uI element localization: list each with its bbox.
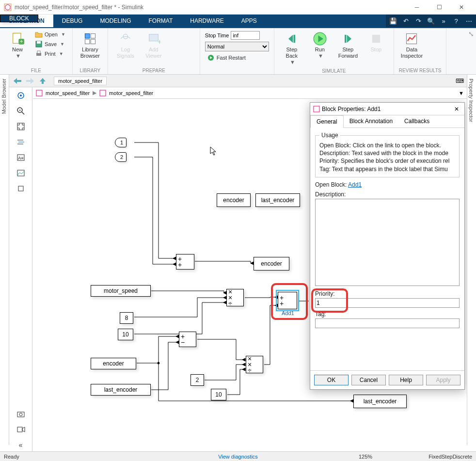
chevron-right-icon: ▶ <box>93 90 96 96</box>
image-icon[interactable] <box>14 167 28 179</box>
tab-block[interactable]: BLOCK <box>0 15 38 22</box>
ribbon-collapse-icon[interactable]: ⤡ <box>468 30 474 38</box>
fit-icon[interactable] <box>14 120 28 133</box>
search-icon[interactable]: 🔍 <box>427 16 435 25</box>
const-10b[interactable]: 10 <box>211 389 226 400</box>
block-last-encoder-from[interactable]: last_encoder <box>91 384 151 396</box>
group-library: LIBRARY <box>78 67 103 73</box>
fast-restart-button[interactable]: Fast Restart <box>205 53 269 62</box>
block-product[interactable]: ××÷ <box>226 289 244 306</box>
stop-button[interactable]: Stop <box>364 30 389 55</box>
property-inspector-panel[interactable]: Property Inspector <box>467 75 476 445</box>
annotation-icon[interactable]: A≡ <box>14 151 28 164</box>
open-button[interactable]: Open▼ <box>33 30 67 39</box>
apply-button[interactable]: Apply <box>426 375 460 385</box>
usage-legend: Usage <box>319 132 340 139</box>
run-button[interactable]: Run▼ <box>307 30 333 61</box>
inport-1[interactable]: 1 <box>115 138 127 147</box>
block-encoder-from[interactable]: encoder <box>91 358 136 369</box>
priority-input[interactable] <box>315 298 460 308</box>
block-last-encoder-goto[interactable]: last_encoder <box>255 193 300 207</box>
tab-hardware[interactable]: HARDWARE <box>181 15 233 27</box>
nav-forward-icon[interactable] <box>25 76 35 86</box>
tab-apps[interactable]: APPS <box>233 15 266 27</box>
breadcrumb-root[interactable]: motor_speed_filter <box>46 90 90 96</box>
expand-icon[interactable]: » <box>439 16 448 25</box>
breadcrumb-current[interactable]: motor_speed_filter <box>109 90 153 96</box>
add-viewer-button[interactable]: +Add Viewer <box>141 30 166 61</box>
log-signals-button[interactable]: Log Signals <box>113 30 138 61</box>
menu-icon[interactable]: ⋯ <box>464 16 473 25</box>
toggle-icon[interactable] <box>14 136 28 148</box>
block-encoder-goto[interactable]: encoder <box>217 193 251 207</box>
explorer-bar-icon[interactable] <box>14 89 28 102</box>
ribbon-toolbar: + New▼ Open▼ Save▼ Print▼ FILE Library B… <box>0 28 476 75</box>
const-10a[interactable]: 10 <box>118 329 133 340</box>
breadcrumb-dropdown-icon[interactable]: ▼ <box>459 90 464 96</box>
dialog-tab-general[interactable]: General <box>310 115 344 128</box>
tab-debug[interactable]: DEBUG <box>53 15 92 27</box>
box-icon[interactable] <box>14 182 28 195</box>
close-button[interactable]: ✕ <box>451 0 472 14</box>
solver-status[interactable]: FixedStepDiscrete <box>428 454 472 460</box>
dialog-tab-callbacks[interactable]: Callbacks <box>398 115 435 127</box>
tab-modeling[interactable]: MODELING <box>91 15 140 27</box>
ok-button[interactable]: OK <box>314 375 349 385</box>
dialog-icon <box>313 106 320 112</box>
undo-icon[interactable]: ↶ <box>401 16 410 25</box>
block-sum[interactable]: ++ <box>176 254 194 270</box>
save-icon[interactable]: 💾 <box>389 16 397 25</box>
tab-format[interactable]: FORMAT <box>140 15 181 27</box>
dialog-tab-annotation[interactable]: Block Annotation <box>344 115 398 127</box>
zoom-icon[interactable]: + <box>14 105 28 117</box>
zoom-level[interactable]: 125% <box>359 454 372 460</box>
save-button[interactable]: Save▼ <box>33 40 67 48</box>
tag-input[interactable] <box>315 318 460 328</box>
dialog-close-button[interactable]: ✕ <box>452 106 461 112</box>
block-subtract[interactable]: +− <box>179 332 196 347</box>
const-8[interactable]: 8 <box>120 312 133 324</box>
svg-text:+: + <box>158 38 160 46</box>
collapse-icon[interactable]: « <box>14 439 28 451</box>
svg-rect-38 <box>18 186 23 191</box>
step-forward-button[interactable]: Step Forward <box>335 30 361 61</box>
library-browser-button[interactable]: Library Browser <box>78 30 103 61</box>
record-icon[interactable] <box>14 423 28 436</box>
data-inspector-button[interactable]: Data Inspector <box>399 30 425 61</box>
sim-mode-select[interactable]: Normal <box>205 42 269 51</box>
block-last-encoder-out[interactable]: last_encoder <box>353 395 407 408</box>
svg-rect-24 <box>36 90 42 96</box>
description-input[interactable] <box>315 199 460 286</box>
nav-back-icon[interactable] <box>12 76 23 86</box>
snapshot-icon[interactable] <box>14 408 28 420</box>
inport-2[interactable]: 2 <box>115 152 127 162</box>
redo-icon[interactable]: ↷ <box>414 16 423 25</box>
nav-up-icon[interactable] <box>37 76 48 86</box>
block-add1[interactable]: ++ <box>278 292 297 309</box>
minimize-button[interactable]: ─ <box>406 0 428 14</box>
print-button[interactable]: Print▼ <box>33 49 67 58</box>
status-ready: Ready <box>4 454 19 460</box>
help-button[interactable]: Help <box>389 375 423 385</box>
model-browser-panel[interactable]: Model Browser <box>0 75 9 445</box>
help-icon[interactable]: ? <box>452 16 460 25</box>
stop-time-input[interactable] <box>231 31 260 40</box>
new-button[interactable]: + New▼ <box>5 30 30 61</box>
file-tab[interactable]: motor_speed_filter <box>54 77 107 85</box>
group-file: FILE <box>5 67 67 73</box>
open-block-link[interactable]: Add1 <box>348 181 362 188</box>
svg-rect-10 <box>85 39 89 44</box>
keyboard-icon[interactable]: ⌨ <box>456 78 464 84</box>
block-encoder-out[interactable]: encoder <box>254 257 289 270</box>
view-diagnostics-link[interactable]: View diagnostics <box>218 454 258 460</box>
block-divide[interactable]: ××÷ <box>246 356 263 373</box>
block-motor-speed-from[interactable]: motor_speed <box>91 285 151 297</box>
model-canvas[interactable]: 1 2 encoder last_encoder ++ encoder moto… <box>32 99 467 451</box>
group-review: REVIEW RESULTS <box>399 67 442 73</box>
maximize-button[interactable]: ☐ <box>428 0 450 14</box>
svg-rect-7 <box>37 51 40 53</box>
const-2[interactable]: 2 <box>190 374 204 386</box>
step-back-button[interactable]: Step Back▼ <box>279 30 304 67</box>
cancel-button[interactable]: Cancel <box>351 375 386 385</box>
svg-text:+: + <box>20 38 23 44</box>
